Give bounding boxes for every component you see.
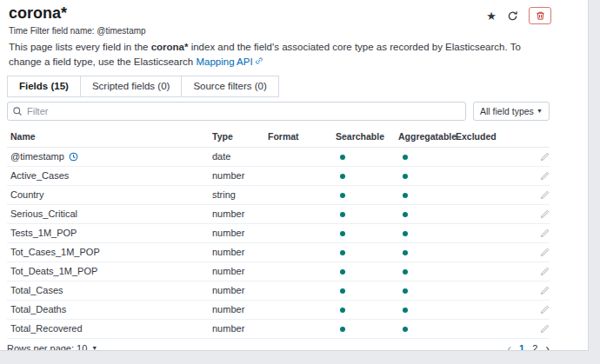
rows-per-page-button[interactable]: Rows per page: 10 ▼	[7, 343, 97, 352]
next-page-icon[interactable]: ›	[545, 342, 550, 352]
filter-input[interactable]	[7, 102, 466, 121]
table-footer: Rows per page: 10 ▼ ‹ 1 2 ›	[7, 342, 550, 352]
searchable-cell	[336, 189, 398, 200]
tab-source-filters[interactable]: Source filters (0)	[181, 76, 278, 97]
table-row: Total_Deaths number	[7, 301, 550, 320]
tab-scripted-fields[interactable]: Scripted fields (0)	[80, 76, 182, 97]
aggregatable-dot	[403, 155, 408, 160]
field-name-cell: Total_Recovered	[10, 323, 212, 334]
table-row: Country string	[7, 186, 550, 205]
table-controls: All field types ▼	[7, 102, 550, 121]
searchable-dot	[340, 212, 345, 217]
searchable-dot	[340, 327, 345, 332]
field-type: number	[212, 285, 268, 295]
tab-fields[interactable]: Fields (15)	[7, 76, 81, 97]
searchable-dot	[340, 288, 345, 294]
page-2-button[interactable]: 2	[532, 343, 537, 352]
field-name-cell: Tests_1M_POP	[10, 228, 212, 238]
field-type: string	[212, 189, 268, 200]
edit-field-button[interactable]	[540, 248, 550, 257]
searchable-cell	[336, 208, 398, 219]
field-type-dropdown[interactable]: All field types ▼	[473, 102, 550, 121]
aggregatable-cell	[398, 208, 456, 219]
field-type: number	[212, 208, 268, 219]
searchable-cell	[336, 151, 398, 162]
external-link-icon	[255, 56, 263, 67]
col-header-excluded: Excluded	[456, 131, 504, 142]
pagination: ‹ 1 2 ›	[507, 342, 550, 352]
edit-field-button[interactable]	[540, 305, 550, 314]
rows-per-page-label: Rows per page: 10	[7, 343, 87, 352]
page-description: This page lists every field in the coron…	[9, 40, 551, 70]
fields-table: Name Type Format Searchable Aggregatable…	[7, 127, 550, 339]
table-row: Active_Cases number	[7, 167, 550, 186]
searchable-cell	[336, 247, 398, 257]
trash-icon	[536, 10, 545, 21]
chevron-down-icon: ▼	[537, 108, 543, 114]
refresh-icon[interactable]	[507, 10, 518, 22]
aggregatable-cell	[398, 151, 456, 162]
aggregatable-dot	[403, 231, 408, 236]
edit-field-button[interactable]	[540, 190, 550, 200]
aggregatable-dot	[403, 288, 408, 294]
edit-field-button[interactable]	[540, 228, 550, 238]
field-name-cell: Tot_Deats_1M_POP	[10, 266, 212, 276]
edit-field-button[interactable]	[540, 209, 550, 219]
field-name: Tot_Deats_1M_POP	[10, 266, 97, 276]
page-header: corona* ★	[0, 0, 588, 24]
edit-field-button[interactable]	[540, 267, 550, 276]
field-name: Total_Deaths	[10, 304, 66, 314]
aggregatable-dot	[403, 212, 408, 217]
index-pattern-panel: corona* ★ Time Filter field name: @times…	[0, 0, 589, 351]
col-header-type: Type	[212, 131, 268, 142]
field-name-cell: Active_Cases	[10, 170, 212, 181]
aggregatable-cell	[398, 189, 456, 200]
aggregatable-cell	[398, 285, 456, 295]
col-header-aggregatable: Aggregatable	[398, 131, 456, 142]
field-name: Tot_Cases_1M_POP	[10, 247, 100, 257]
aggregatable-dot	[403, 174, 408, 179]
edit-field-button[interactable]	[540, 171, 550, 181]
field-name: Serious_Critical	[10, 208, 77, 219]
searchable-dot	[340, 269, 345, 275]
edit-field-button[interactable]	[540, 152, 550, 162]
edit-field-button[interactable]	[540, 286, 550, 295]
filter-field-wrap	[7, 102, 466, 121]
star-glyph: ★	[486, 10, 497, 22]
field-name: Country	[10, 189, 44, 200]
field-name-cell: Country	[10, 189, 212, 200]
field-name: Tests_1M_POP	[10, 228, 77, 238]
page-1-button[interactable]: 1	[519, 343, 524, 352]
delete-index-pattern-button[interactable]	[529, 7, 551, 24]
mapping-api-link[interactable]: Mapping API	[196, 56, 252, 67]
aggregatable-cell	[398, 247, 456, 257]
aggregatable-dot	[403, 308, 408, 313]
previous-page-icon[interactable]: ‹	[507, 342, 511, 352]
index-name-bold: corona*	[151, 42, 189, 52]
searchable-dot	[340, 231, 345, 236]
field-name: @timestamp	[10, 151, 64, 162]
description-text-1: This page lists every field in the	[9, 42, 151, 52]
field-name: Total_Recovered	[10, 323, 83, 334]
page-title: corona*	[9, 4, 67, 23]
field-name: Active_Cases	[10, 170, 69, 181]
tab-bar: Fields (15) Scripted fields (0) Source f…	[7, 76, 588, 97]
searchable-cell	[336, 304, 398, 314]
aggregatable-cell	[398, 228, 456, 238]
table-row: Serious_Critical number	[7, 205, 550, 224]
searchable-cell	[336, 266, 398, 276]
edit-field-button[interactable]	[540, 324, 550, 334]
col-header-searchable: Searchable	[336, 131, 398, 142]
searchable-cell	[336, 228, 398, 238]
table-row: @timestamp date	[7, 148, 550, 167]
table-row: Total_Recovered number	[7, 320, 550, 339]
col-header-format: Format	[268, 131, 336, 142]
chevron-down-icon: ▼	[91, 345, 97, 351]
table-row: Tot_Cases_1M_POP number	[7, 243, 550, 262]
field-type: number	[212, 323, 268, 334]
favorite-star-icon[interactable]: ★	[486, 10, 497, 22]
field-type: number	[212, 304, 268, 314]
field-name-cell: @timestamp	[10, 151, 212, 162]
aggregatable-cell	[398, 304, 456, 314]
time-filter-field-label: Time Filter field name: @timestamp	[9, 26, 588, 36]
